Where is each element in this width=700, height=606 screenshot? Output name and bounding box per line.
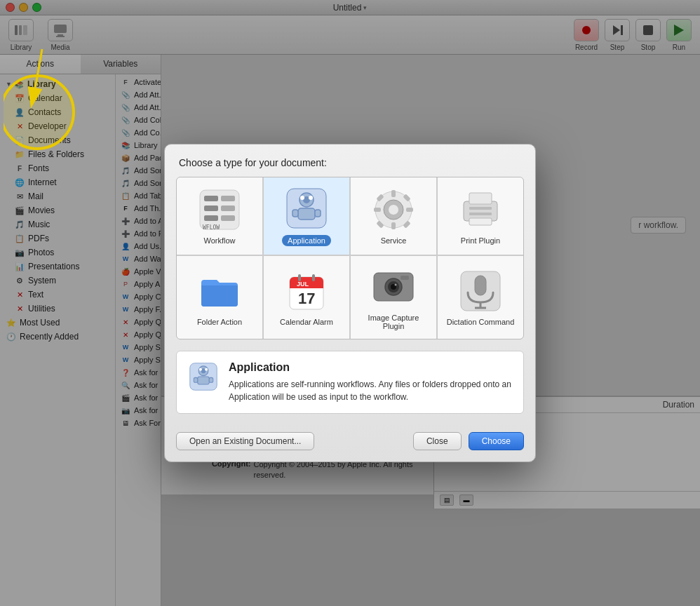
svg-point-23 xyxy=(300,196,304,200)
svg-rect-17 xyxy=(221,206,235,211)
dialog-item-image-capture[interactable]: Image Capture Plugin xyxy=(351,256,436,339)
print-plugin-label: Print Plugin xyxy=(461,236,500,245)
svg-point-55 xyxy=(395,284,397,286)
image-capture-svg xyxy=(371,264,416,309)
dialog-footer: Open an Existing Document... Close Choos… xyxy=(165,425,535,462)
svg-rect-16 xyxy=(221,196,235,201)
image-capture-icon xyxy=(371,264,416,309)
svg-rect-41 xyxy=(469,213,492,215)
document-type-dialog: Choose a type for your document: WFLOW xyxy=(164,144,536,462)
service-icon xyxy=(371,187,416,232)
svg-rect-27 xyxy=(315,210,321,217)
close-dialog-button[interactable]: Close xyxy=(413,432,462,450)
workflow-icon: WFLOW xyxy=(197,187,242,232)
dialog-type-grid: WFLOW Workflow xyxy=(176,177,524,339)
dialog-item-application[interactable]: Application xyxy=(264,177,349,255)
svg-rect-40 xyxy=(469,207,492,210)
dialog-desc-box: Application Applications are self-runnin… xyxy=(176,351,524,414)
svg-rect-14 xyxy=(204,206,218,211)
calendar-alarm-label: Calendar Alarm xyxy=(280,318,333,326)
choose-button[interactable]: Choose xyxy=(469,432,524,450)
dialog-header: Choose a type for your document: xyxy=(165,144,535,177)
svg-text:JUL: JUL xyxy=(297,281,309,288)
svg-rect-15 xyxy=(204,215,218,221)
desc-title: Application xyxy=(229,361,512,374)
desc-body: Applications are self-running workflows.… xyxy=(229,378,512,403)
dictation-svg xyxy=(458,269,503,314)
svg-rect-43 xyxy=(469,218,492,225)
folder-action-icon xyxy=(197,269,242,314)
dialog-item-print-plugin[interactable]: Print Plugin xyxy=(438,177,523,255)
svg-rect-49 xyxy=(298,274,301,281)
image-capture-label: Image Capture Plugin xyxy=(356,314,431,330)
svg-rect-26 xyxy=(292,210,298,217)
dialog-item-dictation[interactable]: Dictation Command xyxy=(438,256,523,339)
svg-rect-18 xyxy=(221,215,235,221)
calendar-alarm-icon: JUL 17 xyxy=(284,269,329,314)
svg-point-30 xyxy=(389,205,398,215)
svg-rect-68 xyxy=(209,377,213,382)
svg-rect-56 xyxy=(401,276,409,280)
svg-rect-66 xyxy=(198,377,210,384)
dialog-item-folder-action[interactable]: Folder Action xyxy=(177,256,262,339)
open-existing-button[interactable]: Open an Existing Document... xyxy=(176,432,314,450)
svg-rect-67 xyxy=(194,377,198,382)
folder-action-svg xyxy=(197,269,242,314)
svg-text:17: 17 xyxy=(298,290,315,307)
svg-point-64 xyxy=(199,368,202,371)
svg-point-24 xyxy=(309,196,313,200)
svg-rect-34 xyxy=(406,208,413,212)
dialog-item-calendar-alarm[interactable]: JUL 17 Calendar Alarm xyxy=(264,256,349,339)
calendar-alarm-svg: JUL 17 xyxy=(284,269,329,314)
svg-rect-42 xyxy=(469,193,492,204)
svg-rect-25 xyxy=(298,208,315,220)
desc-text-area: Application Applications are self-runnin… xyxy=(229,361,512,403)
workflow-svg: WFLOW xyxy=(197,187,242,232)
svg-rect-33 xyxy=(374,208,381,212)
dialog-item-workflow[interactable]: WFLOW Workflow xyxy=(177,177,262,255)
application-icon xyxy=(284,186,329,231)
application-svg xyxy=(284,186,329,231)
svg-rect-32 xyxy=(391,222,396,229)
desc-icon xyxy=(188,361,219,392)
print-plugin-svg xyxy=(458,187,503,232)
dialog-item-service[interactable]: Service xyxy=(351,177,436,255)
svg-point-65 xyxy=(205,368,208,371)
svg-rect-58 xyxy=(475,276,486,295)
folder-action-label: Folder Action xyxy=(197,318,242,326)
dictation-icon xyxy=(458,269,503,314)
print-plugin-icon xyxy=(458,187,503,232)
svg-rect-50 xyxy=(312,274,315,281)
dialog-overlay: Choose a type for your document: WFLOW xyxy=(0,0,700,606)
svg-rect-13 xyxy=(204,196,218,201)
application-label: Application xyxy=(282,235,331,246)
service-label: Service xyxy=(381,236,407,245)
svg-text:WFLOW: WFLOW xyxy=(203,224,220,231)
dictation-label: Dictation Command xyxy=(447,318,515,326)
service-svg xyxy=(371,187,416,232)
dialog-footer-right: Close Choose xyxy=(413,432,524,450)
workflow-label: Workflow xyxy=(203,236,235,245)
desc-app-svg xyxy=(188,361,219,392)
svg-rect-31 xyxy=(391,190,396,197)
